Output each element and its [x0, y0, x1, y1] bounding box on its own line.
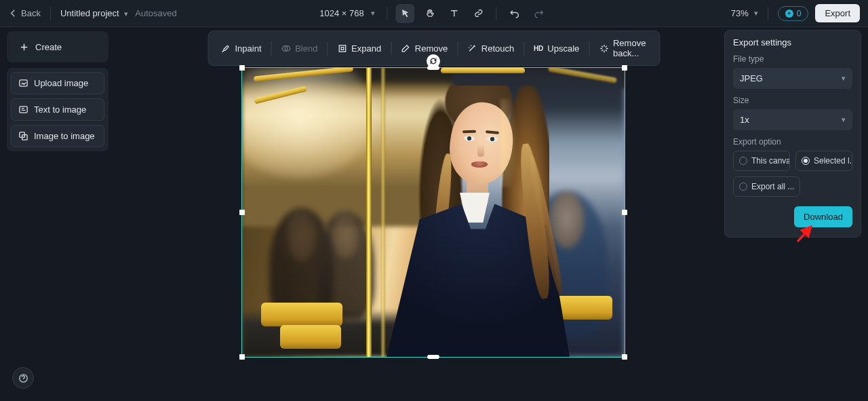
upscale-button[interactable]: HD Upscale: [527, 39, 586, 58]
sparkle-icon: [599, 43, 609, 54]
divider: [496, 7, 497, 20]
back-label: Back: [21, 8, 41, 18]
canvas[interactable]: [242, 68, 625, 357]
zoom-level[interactable]: 73% ▾: [731, 8, 758, 18]
radio-icon: [802, 157, 810, 165]
remove-button[interactable]: Remove: [394, 39, 454, 58]
radio-icon: [739, 157, 747, 165]
help-icon: [18, 373, 28, 383]
export-settings-title: Export settings: [733, 37, 852, 47]
link-tool-button[interactable]: [469, 4, 488, 23]
canvas-image[interactable]: [242, 68, 625, 357]
export-option-export-all[interactable]: Export all ...: [733, 176, 800, 197]
create-button[interactable]: Create: [11, 35, 104, 58]
wand-icon: [467, 43, 477, 54]
regenerate-button[interactable]: [427, 54, 440, 68]
file-type-label: File type: [733, 54, 852, 64]
hand-icon: [425, 8, 435, 18]
chevron-left-icon: [8, 8, 18, 18]
text-to-image-icon: [18, 104, 28, 115]
chevron-down-icon: ▾: [124, 9, 128, 18]
left-panel: Create Upload image Text to image Image …: [7, 31, 108, 151]
file-type-select[interactable]: JPEG ▾: [733, 68, 852, 89]
cursor-icon: [400, 8, 410, 18]
divider: [524, 41, 524, 55]
text-icon: [449, 8, 459, 18]
cursor-tool-button[interactable]: [396, 4, 415, 23]
inpaint-button[interactable]: Inpaint: [214, 39, 268, 58]
export-option-label: Export option: [733, 137, 852, 147]
divider: [391, 41, 391, 55]
chevron-down-icon: ▾: [842, 74, 846, 83]
image-to-image-button[interactable]: Image to image: [11, 125, 104, 147]
svg-rect-7: [339, 45, 345, 51]
export-settings-panel: Export settings File type JPEG ▾ Size 1x…: [724, 30, 861, 237]
size-label: Size: [733, 96, 852, 105]
blend-button: Blend: [274, 39, 324, 58]
chevron-down-icon: ▾: [842, 115, 846, 124]
chevron-down-icon: ▾: [754, 9, 758, 18]
svg-rect-1: [20, 107, 27, 113]
topbar-center: 1024 × 768 ▾: [319, 4, 548, 23]
export-option-this-canvas[interactable]: This canvas: [733, 151, 790, 171]
text-tool-button[interactable]: [445, 4, 464, 23]
image-to-image-icon: [18, 131, 28, 141]
retouch-button[interactable]: Retouch: [460, 39, 521, 58]
image-to-image-label: Image to image: [34, 131, 95, 141]
divider: [327, 41, 328, 55]
svg-rect-0: [20, 80, 27, 86]
undo-button[interactable]: [505, 4, 524, 23]
upload-icon: [18, 78, 28, 88]
divider: [271, 41, 272, 55]
text-to-image-label: Text to image: [34, 104, 86, 115]
coin-icon: +: [785, 9, 793, 18]
text-to-image-button[interactable]: Text to image: [11, 98, 104, 121]
topbar-right: 73% ▾ + 0 Export: [731, 4, 860, 22]
upload-image-button[interactable]: Upload image: [11, 72, 104, 94]
expand-button[interactable]: Expand: [330, 39, 388, 58]
divider: [457, 41, 458, 55]
create-card: Create: [7, 31, 108, 62]
remove-background-button[interactable]: Remove back...: [592, 34, 654, 62]
subject-woman: [387, 92, 570, 357]
divider: [387, 7, 388, 20]
brush-icon: [220, 43, 231, 54]
divider: [50, 7, 51, 20]
export-option-selected-layer[interactable]: Selected l...: [795, 151, 852, 171]
blend-icon: [281, 43, 291, 54]
refresh-icon: [429, 57, 437, 65]
undo-icon: [509, 8, 519, 18]
chevron-down-icon: ▾: [371, 9, 375, 18]
back-button[interactable]: Back: [8, 8, 41, 18]
credits-pill[interactable]: + 0: [778, 6, 809, 21]
plus-icon: [18, 41, 30, 53]
radio-icon: [739, 183, 747, 191]
project-name[interactable]: Untitled project ▾: [60, 8, 128, 18]
autosave-status: Autosaved: [135, 8, 176, 18]
hand-tool-button[interactable]: [420, 4, 439, 23]
create-label: Create: [35, 42, 62, 52]
expand-icon: [337, 43, 347, 54]
link-icon: [473, 8, 484, 18]
upload-image-label: Upload image: [34, 78, 88, 88]
help-button[interactable]: [12, 367, 34, 389]
size-select[interactable]: 1x ▾: [733, 109, 852, 130]
divider: [589, 41, 589, 55]
export-button[interactable]: Export: [815, 4, 860, 22]
redo-button[interactable]: [530, 4, 549, 23]
create-options: Upload image Text to image Image to imag…: [7, 68, 108, 151]
hd-badge: HD: [534, 45, 543, 52]
eraser-icon: [401, 43, 411, 54]
topbar: Back Untitled project ▾ Autosaved 1024 ×…: [0, 0, 868, 27]
download-button[interactable]: Download: [794, 206, 852, 227]
divider: [768, 7, 768, 20]
credits-count: 0: [797, 9, 802, 18]
canvas-dimensions[interactable]: 1024 × 768 ▾: [319, 8, 374, 18]
redo-icon: [534, 8, 544, 18]
